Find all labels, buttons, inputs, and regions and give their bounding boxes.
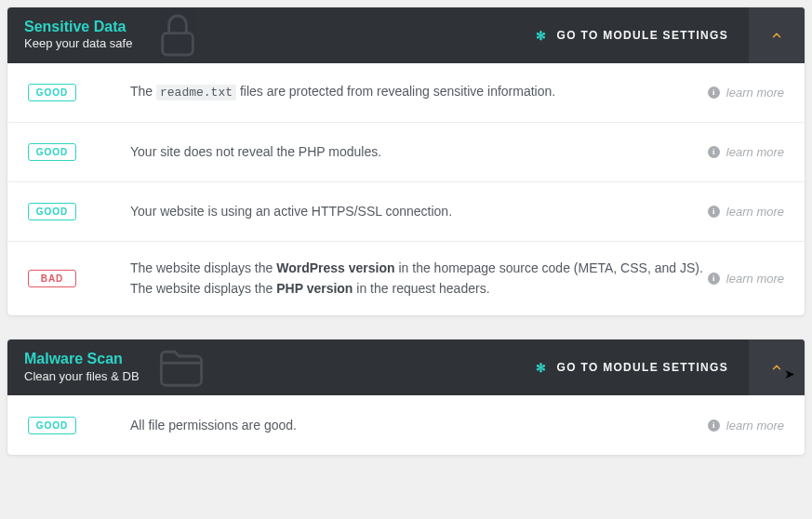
learn-more-label: learn more [726, 272, 784, 286]
gear-icon: ✻ [536, 30, 547, 42]
gear-icon: ✻ [536, 362, 547, 374]
status-badge: BAD [28, 270, 76, 287]
check-row: GOODAll file permissions are good.ilearn… [7, 395, 805, 455]
status-badge: GOOD [28, 84, 76, 101]
collapse-toggle[interactable] [749, 339, 805, 395]
info-icon: i [708, 419, 720, 432]
learn-more-link[interactable]: ilearn more [708, 86, 784, 100]
module-header-titles: Sensitive DataKeep your data safe [7, 7, 149, 63]
check-row: GOODYour website is using an active HTTP… [7, 182, 805, 242]
chevron-up-icon [770, 29, 783, 42]
info-icon: i [708, 86, 720, 99]
status-badge: GOOD [28, 417, 76, 434]
check-description: All file permissions are good. [130, 416, 708, 436]
info-icon: i [708, 273, 720, 285]
module-settings-label: GO TO MODULE SETTINGS [557, 29, 728, 42]
module-settings-button[interactable]: ✻GO TO MODULE SETTINGS [515, 339, 749, 395]
status-badge: GOOD [28, 203, 76, 220]
check-row: GOODYour site does not reveal the PHP mo… [7, 123, 805, 182]
check-description: Your website is using an active HTTPS/SS… [130, 202, 708, 222]
learn-more-label: learn more [726, 86, 784, 100]
learn-more-label: learn more [726, 419, 784, 432]
learn-more-label: learn more [726, 205, 784, 219]
learn-more-link[interactable]: ilearn more [708, 272, 784, 286]
check-row: BADThe website displays the WordPress ve… [7, 242, 805, 315]
info-icon: i [708, 146, 720, 158]
check-description: Your site does not reveal the PHP module… [130, 142, 708, 163]
module-subtitle: Keep your data safe [24, 35, 132, 52]
collapse-toggle[interactable] [749, 7, 805, 63]
module-settings-button[interactable]: ✻GO TO MODULE SETTINGS [515, 7, 749, 63]
module-header: Sensitive DataKeep your data safe✻GO TO … [7, 7, 805, 63]
learn-more-link[interactable]: ilearn more [708, 205, 784, 219]
chevron-up-icon [770, 361, 783, 374]
learn-more-link[interactable]: ilearn more [708, 419, 784, 432]
check-description: The readme.txt files are protected from … [130, 82, 708, 102]
learn-more-link[interactable]: ilearn more [708, 145, 784, 159]
module-settings-label: GO TO MODULE SETTINGS [557, 361, 728, 374]
module-header-titles: Malware ScanClean your files & DB [7, 339, 156, 395]
module-header: Malware ScanClean your files & DB✻GO TO … [7, 339, 805, 395]
module-card: Sensitive DataKeep your data safe✻GO TO … [7, 7, 805, 315]
module-card: Malware ScanClean your files & DB✻GO TO … [7, 339, 805, 455]
status-badge: GOOD [28, 143, 76, 161]
module-subtitle: Clean your files & DB [24, 368, 140, 385]
module-title: Malware Scan [24, 350, 140, 367]
learn-more-label: learn more [726, 145, 784, 159]
check-row: GOODThe readme.txt files are protected f… [7, 63, 805, 123]
check-description: The website displays the WordPress versi… [130, 259, 708, 299]
info-icon: i [708, 206, 720, 218]
module-title: Sensitive Data [24, 18, 132, 35]
